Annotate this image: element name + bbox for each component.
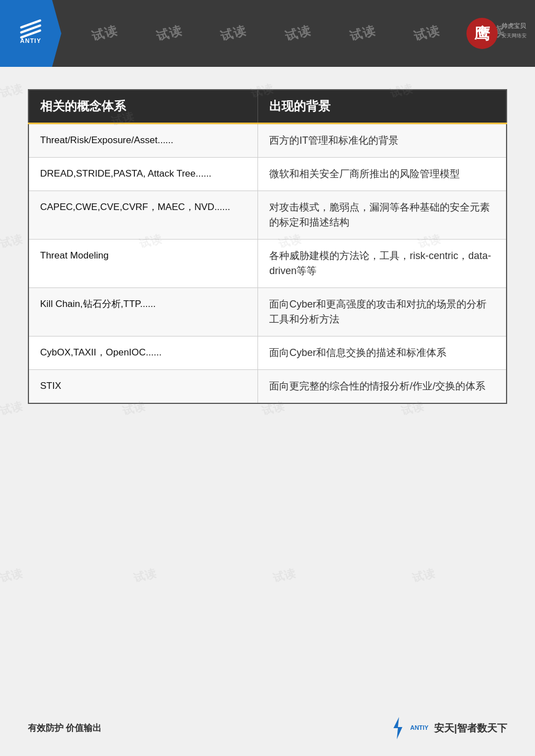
table-cell-right-4: 面向Cyber和更高强度的攻击和对抗的场景的分析工具和分析方法 [258, 288, 507, 336]
table-cell-right-0: 西方的IT管理和标准化的背景 [258, 124, 507, 158]
table-cell-right-5: 面向Cyber和信息交换的描述和标准体系 [258, 336, 507, 370]
svg-marker-4 [393, 717, 402, 739]
page-wm-14: 试读 [132, 565, 158, 586]
svg-text:鹰: 鹰 [474, 25, 490, 42]
top-right-logo-svg: 鹰 帅虎宝贝 安天网络安全令训营第四期 [465, 14, 527, 53]
wm-4: 试读 [283, 22, 313, 45]
table-row: Threat/Risk/Exposure/Asset......西方的IT管理和… [28, 124, 507, 158]
table-row: CybOX,TAXII，OpenIOC......面向Cyber和信息交换的描述… [28, 336, 507, 370]
table-cell-left-5: CybOX,TAXII，OpenIOC...... [28, 336, 258, 370]
table-header-col1: 相关的概念体系 [28, 90, 258, 124]
main-content: 试读 试读 试读 试读 试读 试读 试读 试读 试读 试读 试读 试读 试读 试… [0, 67, 535, 421]
logo-box: ANTIY [0, 0, 61, 67]
table-cell-left-6: STIX [28, 370, 258, 404]
wm-2: 试读 [154, 22, 184, 45]
footer: 有效防护 价值输出 ANTIY 安天|智者数天下 [0, 711, 535, 745]
page-wm-5: 试读 [0, 231, 24, 251]
table-cell-left-2: CAPEC,CWE,CVE,CVRF，MAEC，NVD...... [28, 191, 258, 240]
wm-5: 试读 [348, 22, 378, 45]
table-header-col2: 出现的背景 [258, 90, 507, 124]
table-row: Kill Chain,钻石分析,TTP......面向Cyber和更高强度的攻击… [28, 288, 507, 336]
footer-slogan: 安天|智者数天下 [434, 721, 507, 735]
table-cell-left-1: DREAD,STRIDE,PASTA, Attack Tree...... [28, 158, 258, 191]
table-row: Threat Modeling各种威胁建模的方法论，工具，risk-centri… [28, 240, 507, 288]
table-cell-right-6: 面向更完整的综合性的情报分析/作业/交换的体系 [258, 370, 507, 404]
logo-lines [20, 23, 42, 35]
top-right-logo: 鹰 帅虎宝贝 安天网络安全令训营第四期 [463, 3, 529, 64]
top-right-logo-img: 鹰 帅虎宝贝 安天网络安全令训营第四期 [465, 14, 527, 53]
table-cell-left-0: Threat/Risk/Exposure/Asset...... [28, 124, 258, 158]
main-table: 相关的概念体系 出现的背景 Threat/Risk/Exposure/Asset… [28, 89, 507, 404]
svg-text:帅虎宝贝: 帅虎宝贝 [502, 22, 526, 29]
table-row: CAPEC,CWE,CVE,CVRF，MAEC，NVD......对攻击模式，脆… [28, 191, 507, 240]
page-wm-13: 试读 [0, 565, 24, 586]
wm-3: 试读 [218, 22, 249, 45]
header: ANTIY 试读 试读 试读 试读 试读 试读 试读 鹰 帅虎宝贝 安天网络安全… [0, 0, 535, 67]
table-cell-right-1: 微软和相关安全厂商所推出的风险管理模型 [258, 158, 507, 191]
logo-antiy-text: ANTIY [20, 37, 41, 44]
page-wm-16: 试读 [411, 565, 436, 586]
footer-right: ANTIY 安天|智者数天下 [389, 717, 507, 739]
footer-left-text: 有效防护 价值输出 [28, 723, 101, 734]
table-cell-left-3: Threat Modeling [28, 240, 258, 288]
page-wm-1: 试读 [0, 81, 24, 101]
table-cell-left-4: Kill Chain,钻石分析,TTP...... [28, 288, 258, 336]
table-row: STIX面向更完整的综合性的情报分析/作业/交换的体系 [28, 370, 507, 404]
table-cell-right-2: 对攻击模式，脆弱点，漏洞等各种基础的安全元素的标定和描述结构 [258, 191, 507, 240]
footer-antiy-label: ANTIY [410, 724, 429, 731]
table-row: DREAD,STRIDE,PASTA, Attack Tree......微软和… [28, 158, 507, 191]
wm-6: 试读 [412, 22, 442, 45]
page-wm-15: 试读 [271, 565, 297, 586]
table-cell-right-3: 各种威胁建模的方法论，工具，risk-centric，data-driven等等 [258, 240, 507, 288]
wm-1: 试读 [90, 22, 120, 45]
footer-lightning-icon [389, 717, 407, 739]
page-wm-9: 试读 [0, 398, 24, 418]
svg-text:安天网络安全令训营第四期: 安天网络安全令训营第四期 [502, 33, 527, 38]
